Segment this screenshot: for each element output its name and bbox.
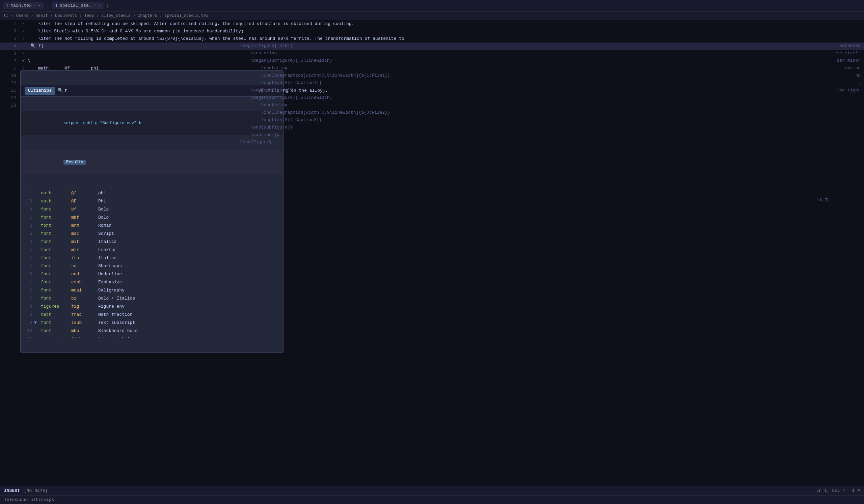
line-6: 6 › \item Steels with 0.5\% Cr and 0.4\%… (0, 28, 864, 35)
status-mode: INSERT (4, 488, 20, 493)
item-description-7: Fraktur (98, 246, 280, 254)
popup-item-10[interactable]: 5fontundUnderline (21, 270, 283, 278)
popup-item-14[interactable]: MfiguresfigFigure env (21, 303, 283, 311)
linenum-7: 7 (0, 20, 20, 28)
item-description-13: Bold + Italics (98, 295, 280, 302)
popup-counter: 39 / 172 (258, 87, 279, 95)
status-encoding: 1 ≡ (852, 488, 860, 493)
linenum-21: 21 (0, 87, 20, 95)
item-num-5: u (23, 230, 34, 237)
popup-item-2[interactable]: bfontbfBold (21, 206, 283, 213)
linenum-3: 3 (0, 50, 20, 57)
linenum-22: 22 (0, 95, 20, 102)
popup-item-17[interactable]: 10fontmbbBlackboard bold (21, 327, 283, 335)
snippet-preview-text: snippet subfig "Subfigure env" b (63, 121, 141, 125)
item-num-3: 1 (23, 214, 34, 221)
item-num-14: M (23, 303, 34, 310)
linecontent-7: \item The step of reheating can be skipp… (26, 20, 864, 28)
popup-item-16[interactable]: 9▼fonttsubText subscript (21, 319, 283, 327)
item-category-14: figures (41, 303, 71, 310)
code-lines: 7 › \item The step of reheating can be s… (0, 20, 864, 486)
item-category-0: math (41, 189, 71, 197)
main-area: 7 › \item The step of reheating can be s… (0, 20, 864, 504)
linenum-2: 2 (0, 57, 20, 65)
linenum-6: 6 (0, 28, 20, 35)
popup-item-3[interactable]: 1fontmbfBold (21, 213, 283, 222)
popup-item-18[interactable]: 11generalflabFigure label (21, 335, 283, 338)
popup-item-8[interactable]: 4fontitaItalics (21, 254, 283, 262)
item-category-1: math (41, 198, 71, 205)
linenum-20: 20 (0, 79, 20, 87)
item-num-15: 8 (23, 311, 34, 318)
item-category-3: font (41, 214, 71, 221)
item-trigger-9: sc (71, 262, 98, 270)
linenum-5: 5 (0, 35, 20, 42)
popup-item-1[interactable]: 123math@FPhi (21, 197, 283, 206)
item-category-11: font (41, 279, 71, 286)
item-category-15: math (41, 311, 71, 318)
item-description-2: Bold (98, 206, 280, 213)
search-icon: 🔍 (58, 87, 63, 95)
item-category-5: font (41, 230, 71, 237)
item-category-10: font (41, 271, 71, 278)
popup-item-4[interactable]: 2fontmrmRoman (21, 222, 283, 230)
item-description-17: Blackboard bold (98, 327, 280, 335)
line-3: 3 \ (0, 50, 864, 57)
popup-list[interactable]: 1math@fphi123math@FPhibfontbfBold1fontmb… (21, 189, 283, 338)
tab-special-ste[interactable]: T special_ste… ² × (52, 2, 104, 9)
item-category-6: font (41, 238, 71, 246)
popup-item-0[interactable]: 1math@fphi (21, 189, 283, 197)
tab-separator-2: | (106, 3, 109, 8)
item-description-12: Caligraphy (98, 287, 280, 294)
item-trigger-14: fig (71, 303, 98, 310)
item-description-3: Bold (98, 214, 280, 221)
status-right: Ln 1, Col 7 1 ≡ (816, 488, 860, 493)
results-label: Results (63, 160, 86, 164)
item-description-4: Roman (98, 222, 280, 230)
item-category-2: font (41, 206, 71, 213)
tab-modified-main: ¹ (34, 3, 36, 8)
item-trigger-13: bi (71, 295, 98, 302)
item-description-18: Figure label (98, 335, 280, 338)
item-trigger-10: und (71, 271, 98, 278)
item-description-9: Shortcaps (98, 262, 280, 270)
status-filename: [No Name] (24, 488, 48, 493)
item-description-6: Italics (98, 238, 280, 246)
item-trigger-4: mrm (71, 222, 98, 230)
item-num-6: 3 (23, 238, 34, 246)
tab-modified-special: ² (94, 3, 96, 8)
tab-main-tex[interactable]: T main.tex ¹ × (3, 2, 44, 9)
bottom-bar-text: Telescope ultisnips (4, 497, 54, 502)
item-trigger-12: mcal (71, 287, 98, 294)
fold-arrow-2[interactable]: ▼ (20, 57, 26, 65)
item-category-17: font (41, 327, 71, 335)
item-category-12: font (41, 287, 71, 294)
popup-item-13[interactable]: 7fontbiBold + Italics (21, 295, 283, 303)
item-description-11: Emphasize (98, 279, 280, 286)
tab-close-main[interactable]: × (38, 4, 40, 8)
item-num-18: 11 (23, 335, 34, 338)
popup-item-7[interactable]: afontmfrFraktur (21, 246, 283, 254)
item-category-8: font (41, 254, 71, 262)
snippet-preview: snippet subfig "Subfigure env" b (21, 111, 283, 135)
popup-item-9[interactable]: cfontscShortcaps (21, 262, 283, 270)
ultisnips-popup[interactable]: Ultisnips 🔍 f 39 / 172 snippet subfig "S… (20, 70, 284, 353)
popup-item-15[interactable]: 8mathfracMath fraction (21, 311, 283, 319)
tab-separator-1: | (47, 3, 49, 8)
tab-close-special[interactable]: × (98, 4, 100, 8)
line-2: 2 ▼ \ (0, 57, 864, 65)
linecontent-5: \item The hot rolling is completed at ar… (26, 35, 864, 42)
popup-item-11[interactable]: \fontemphEmphasize (21, 278, 283, 286)
popup-item-5[interactable]: ufontmscScript (21, 230, 283, 238)
fold-6: › (20, 28, 26, 35)
bottom-bar: Telescope ultisnips (0, 495, 864, 504)
fold-7: › (20, 20, 26, 28)
popup-item-6[interactable]: 3fontmitItalics (21, 238, 283, 246)
code-area[interactable]: 7 › \item The step of reheating can be s… (0, 20, 864, 486)
item-num-2: b (23, 206, 34, 213)
item-trigger-1: @F (71, 198, 98, 205)
line-7: 7 › \item The step of reheating can be s… (0, 20, 864, 28)
editor-pane: 7 › \item The step of reheating can be s… (0, 20, 864, 504)
linenum-23: 23 (0, 102, 20, 109)
popup-item-12[interactable]: 6fontmcalCaligraphy (21, 286, 283, 295)
